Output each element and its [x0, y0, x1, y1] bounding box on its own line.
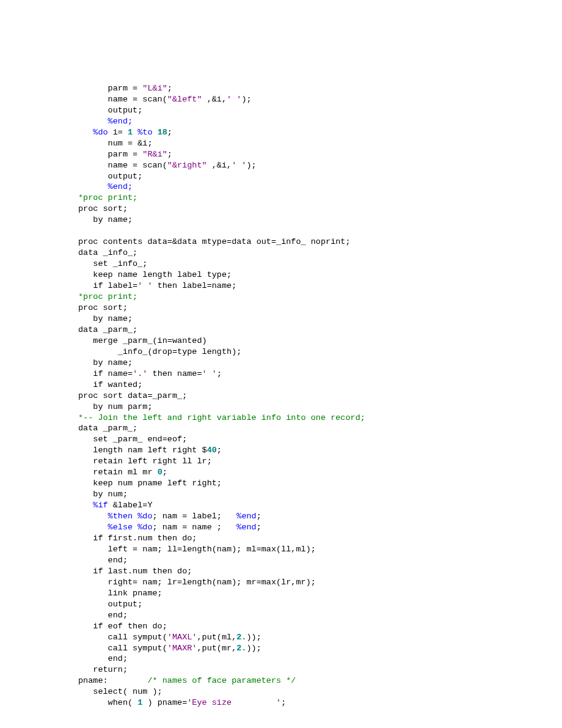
code-line: if label=' ' then label=name; — [78, 281, 236, 290]
code-line: keep name length label type; — [78, 270, 232, 279]
code-line: proc sort; — [78, 204, 128, 213]
code-line: when( 1 ) pname='Eye size '; — [78, 698, 286, 707]
code-line: output; — [78, 600, 142, 609]
code-line: select( num ); — [78, 687, 162, 696]
code-line: proc sort; — [78, 303, 128, 312]
code-line: name = scan("&left" ,&i,' '); — [78, 95, 252, 104]
code-line: by num parm; — [78, 402, 153, 411]
code-line: if first.num then do; — [78, 534, 197, 543]
code-line: if name='.' then name=' '; — [78, 369, 222, 378]
code-line: retain left right ll lr; — [78, 457, 212, 466]
code-line: if wanted; — [78, 380, 142, 389]
code-line: output; — [78, 106, 142, 115]
code-line: set _info_; — [78, 259, 147, 268]
code-line: %do i= 1 %to 18; — [78, 128, 172, 137]
code-line: end; — [78, 654, 128, 663]
code-line: set _parm_ end=eof; — [78, 435, 187, 444]
code-line: end; — [78, 611, 128, 620]
code-line: link pname; — [78, 589, 162, 598]
code-line: num = &i; — [78, 139, 153, 148]
code-line: pname: /* names of face parameters */ — [78, 676, 296, 685]
code-line: name = scan("&right" ,&i,' '); — [78, 161, 257, 170]
code-line: call symput('MAXR',put(mr,2.)); — [78, 644, 261, 653]
code-line: %end; — [78, 117, 133, 126]
code-line: %if &label=Y — [78, 501, 153, 510]
code-line: %else %do; nam = name ; %end; — [78, 523, 261, 532]
code-line: %then %do; nam = label; %end; — [78, 512, 261, 521]
code-line: parm = "R&i"; — [78, 150, 172, 159]
code-line: retain ml mr 0; — [78, 468, 167, 477]
code-line: *proc print; — [78, 193, 137, 202]
code-line: output; — [78, 172, 142, 181]
code-line: _info_(drop=type length); — [78, 347, 241, 356]
code-line: by name; — [78, 314, 133, 323]
code-line: if last.num then do; — [78, 567, 192, 576]
code-line: data _parm_; — [78, 325, 137, 334]
code-line: return; — [78, 665, 128, 674]
code-line: by num; — [78, 490, 128, 499]
code-line: merge _parm_(in=wanted) — [78, 336, 207, 345]
code-line: right= nam; lr=length(nam); mr=max(lr,mr… — [78, 578, 316, 587]
code-line: proc contents data=&data mtype=data out=… — [78, 237, 351, 246]
code-line: data _parm_; — [78, 424, 137, 433]
code-line: *-- Join the left and right variable inf… — [78, 413, 365, 422]
code-line: left = nam; ll=length(nam); ml=max(ll,ml… — [78, 545, 316, 554]
code-line: call symput('MAXL',put(ml,2.)); — [78, 633, 261, 642]
code-line: if eof then do; — [78, 622, 167, 631]
code-line: data _info_; — [78, 248, 137, 257]
code-line: end; — [78, 556, 128, 565]
code-line: keep num pname left right; — [78, 479, 222, 488]
code-line: *proc print; — [78, 292, 137, 301]
code-block: parm = "L&i"; name = scan("&left" ,&i,' … — [78, 83, 562, 708]
code-line: by name; — [78, 215, 133, 224]
code-line: %end; — [78, 182, 133, 191]
code-line: by name; — [78, 358, 133, 367]
code-line: proc sort data=_parm_; — [78, 391, 187, 400]
code-line: length nam left right $40; — [78, 446, 222, 455]
code-line: parm = "L&i"; — [78, 84, 172, 93]
